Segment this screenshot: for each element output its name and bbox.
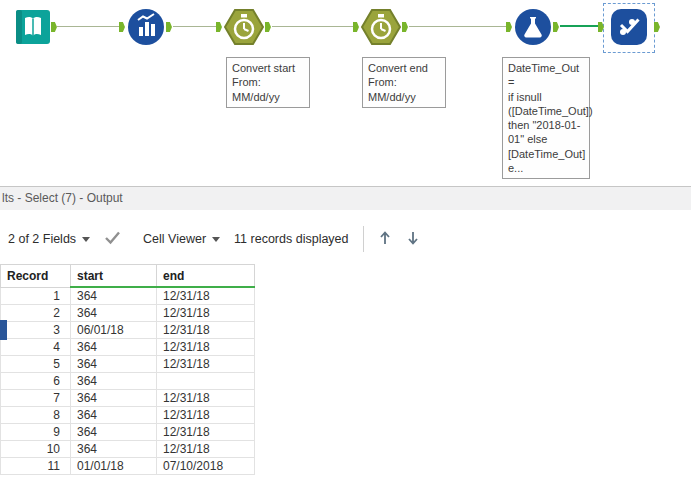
grid-row: 11 01/01/18 07/10/2018 <box>1 458 255 475</box>
chart-bars-icon <box>127 32 165 49</box>
start-cell[interactable]: 364 <box>71 441 157 458</box>
tool-select[interactable] <box>611 9 647 49</box>
record-cell[interactable]: 7 <box>1 390 71 407</box>
end-cell[interactable]: 12/31/18 <box>157 407 255 424</box>
record-cell[interactable]: 11 <box>1 458 71 475</box>
input-anchor <box>216 22 222 32</box>
fields-dropdown[interactable]: 2 of 2 Fields <box>8 232 90 246</box>
start-cell[interactable]: 364 <box>71 424 157 441</box>
column-header-start[interactable]: start <box>71 265 157 288</box>
results-pane-title: lts - Select (7) - Output <box>2 191 123 205</box>
scroll-up-button[interactable] <box>378 230 392 249</box>
start-cell[interactable]: 364 <box>71 390 157 407</box>
grid-row: 6 364 <box>1 373 255 390</box>
grid-row: 4 364 12/31/18 <box>1 339 255 356</box>
fields-dropdown-label: 2 of 2 Fields <box>8 232 76 246</box>
start-cell[interactable]: 364 <box>71 356 157 373</box>
record-cell[interactable]: 9 <box>1 424 71 441</box>
connection-wire[interactable] <box>57 26 119 27</box>
output-anchor <box>265 22 271 32</box>
left-edge-selection-strip <box>0 320 7 340</box>
cell-viewer-label: Cell Viewer <box>143 232 206 246</box>
tool-datetime-start[interactable] <box>224 9 264 49</box>
record-cell[interactable]: 3 <box>1 322 71 339</box>
end-cell[interactable]: 07/10/2018 <box>157 458 255 475</box>
connection-wire[interactable] <box>272 26 353 27</box>
results-pane-header: lts - Select (7) - Output <box>0 186 691 210</box>
end-cell[interactable]: 12/31/18 <box>157 424 255 441</box>
record-cell[interactable]: 1 <box>1 287 71 305</box>
apply-check-icon[interactable] <box>104 230 121 248</box>
end-cell[interactable]: 12/31/18 <box>157 305 255 322</box>
grid-row: 3 06/01/18 12/31/18 <box>1 322 255 339</box>
connection-wire-selected[interactable] <box>560 25 602 27</box>
connection-wire[interactable] <box>173 26 216 27</box>
start-cell[interactable]: 364 <box>71 287 157 305</box>
scroll-down-button[interactable] <box>406 230 420 249</box>
start-cell[interactable]: 06/01/18 <box>71 322 157 339</box>
end-cell[interactable]: 12/31/18 <box>157 390 255 407</box>
input-anchor <box>119 22 125 32</box>
grid-row: 5 364 12/31/18 <box>1 356 255 373</box>
tool-formula[interactable] <box>514 8 552 50</box>
tool-datetime-end[interactable] <box>361 9 401 49</box>
stopwatch-hexagon-icon <box>361 31 401 48</box>
chevron-down-icon <box>82 237 90 242</box>
results-grid: Record start end 1 364 12/31/18 2 364 12… <box>0 264 255 475</box>
results-toolbar: 2 of 2 Fields Cell Viewer 11 records dis… <box>8 222 420 256</box>
start-cell[interactable]: 01/01/18 <box>71 458 157 475</box>
record-cell[interactable]: 8 <box>1 407 71 424</box>
grid-header-row: Record start end <box>1 265 255 288</box>
toolbar-separator <box>363 226 364 252</box>
annotation-datetime-start[interactable]: Convert start From: MM/dd/yy <box>226 57 310 108</box>
start-cell[interactable]: 364 <box>71 305 157 322</box>
output-anchor <box>402 22 408 32</box>
records-displayed-text: 11 records displayed <box>234 232 348 246</box>
grid-row: 2 364 12/31/18 <box>1 305 255 322</box>
end-cell[interactable]: 12/31/18 <box>157 339 255 356</box>
tool-input-data[interactable] <box>16 10 50 48</box>
record-cell[interactable]: 6 <box>1 373 71 390</box>
end-cell[interactable] <box>157 373 255 390</box>
output-anchor <box>166 22 172 32</box>
grid-row: 7 364 12/31/18 <box>1 390 255 407</box>
column-header-record[interactable]: Record <box>1 265 71 288</box>
grid-row: 10 364 12/31/18 <box>1 441 255 458</box>
input-anchor <box>353 22 359 32</box>
connection-wire[interactable] <box>409 26 506 27</box>
output-anchor <box>654 22 660 32</box>
input-anchor <box>506 22 512 32</box>
column-header-end[interactable]: end <box>157 265 255 288</box>
checkmarks-icon <box>611 31 647 48</box>
end-cell[interactable]: 12/31/18 <box>157 322 255 339</box>
alteryx-window: Convert start From: MM/dd/yy Convert end… <box>0 0 691 495</box>
record-cell[interactable]: 5 <box>1 356 71 373</box>
book-icon <box>16 30 50 47</box>
end-cell[interactable]: 12/31/18 <box>157 356 255 373</box>
annotation-datetime-end[interactable]: Convert end From: MM/dd/yy <box>362 57 446 108</box>
end-cell[interactable]: 12/31/18 <box>157 287 255 305</box>
annotation-formula[interactable]: DateTime_Out = if isnull ([DateTime_Out]… <box>502 57 590 179</box>
record-cell[interactable]: 4 <box>1 339 71 356</box>
cell-viewer-dropdown[interactable]: Cell Viewer <box>143 232 220 246</box>
grid-row: 8 364 12/31/18 <box>1 407 255 424</box>
start-cell[interactable]: 364 <box>71 339 157 356</box>
grid-row: 9 364 12/31/18 <box>1 424 255 441</box>
start-cell[interactable]: 364 <box>71 407 157 424</box>
grid-row: 1 364 12/31/18 <box>1 287 255 305</box>
output-anchor <box>553 22 559 32</box>
flask-icon <box>514 32 552 49</box>
tool-prepare[interactable] <box>127 8 165 50</box>
record-cell[interactable]: 10 <box>1 441 71 458</box>
end-cell[interactable]: 12/31/18 <box>157 441 255 458</box>
chevron-down-icon <box>212 237 220 242</box>
stopwatch-hexagon-icon <box>224 31 264 48</box>
start-cell[interactable]: 364 <box>71 373 157 390</box>
record-cell[interactable]: 2 <box>1 305 71 322</box>
output-anchor <box>51 22 57 32</box>
